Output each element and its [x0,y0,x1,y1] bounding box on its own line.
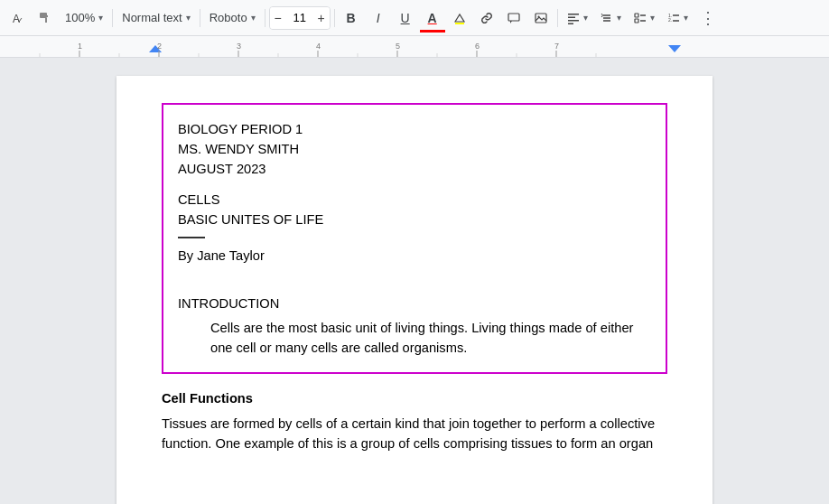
svg-text:3: 3 [237,42,241,51]
cell-functions-heading: Cell Functions [162,388,667,408]
svg-rect-16 [635,14,638,17]
line-spacing-dropdown[interactable]: ▾ [595,5,627,31]
toolbar: A ✓ 100% ▾ Normal text ▾ Roboto ▾ − + B [0,0,829,36]
separator [200,9,200,27]
document-area: BIOLOGY PERIOD 1 MS. WENDY SMITH AUGUST … [0,58,829,504]
svg-text:6: 6 [475,42,480,51]
svg-text:2: 2 [157,42,162,51]
spacer [178,179,651,190]
highlight-button[interactable] [447,5,472,31]
title-line4: CELLS [178,190,651,210]
svg-text:5: 5 [396,42,400,51]
svg-rect-10 [568,16,575,18]
svg-rect-24 [0,36,829,57]
svg-rect-4 [45,18,47,23]
italic-button[interactable]: I [366,5,391,31]
separator [557,9,558,27]
underline-button[interactable]: U [393,5,418,31]
chevron-down-icon: ▾ [98,13,103,23]
svg-text:2.: 2. [668,17,672,23]
svg-rect-11 [568,20,579,22]
svg-rect-9 [568,14,579,15]
font-size-control: − + [269,6,331,30]
author-line: By Jane Taylor [178,246,651,266]
svg-rect-18 [635,19,638,23]
chevron-down-icon: ▾ [583,13,588,23]
font-label: Roboto [210,11,247,24]
chevron-down-icon: ▾ [650,13,655,23]
horizontal-rule [178,237,205,238]
intro-label: INTRODUCTION [178,296,651,311]
image-button[interactable] [528,5,554,31]
cell-functions-label: Cell Functions [162,391,253,406]
selected-text-box[interactable]: BIOLOGY PERIOD 1 MS. WENDY SMITH AUGUST … [162,103,667,374]
title-line2: MS. WENDY SMITH [178,139,651,159]
style-dropdown[interactable]: Normal text ▾ [116,5,195,31]
more-options-button[interactable]: ⋮ [695,5,721,31]
title-line3: AUGUST 2023 [178,159,651,179]
spacer-sm [178,276,651,282]
link-button[interactable] [474,5,499,31]
chevron-down-icon: ▾ [186,13,191,23]
svg-rect-5 [455,23,464,24]
separator [334,9,335,27]
intro-text: Cells are the most basic unit of living … [210,318,651,358]
align-dropdown[interactable]: ▾ [562,5,593,31]
numbered-list-dropdown[interactable]: 1. 2. ▾ [662,5,694,31]
separator [112,9,113,27]
svg-rect-3 [45,15,48,17]
style-label: Normal text [122,11,182,24]
chevron-down-icon: ▾ [251,13,256,23]
svg-rect-12 [568,23,573,24]
title-line1: BIOLOGY PERIOD 1 [178,119,651,139]
separator [265,9,265,27]
document-page[interactable]: BIOLOGY PERIOD 1 MS. WENDY SMITH AUGUST … [116,76,713,504]
svg-rect-7 [536,14,546,23]
svg-text:1: 1 [78,42,82,51]
title-line5: BASIC UNITES OF LIFE [178,210,651,229]
zoom-value: 100% [65,11,95,24]
chevron-down-icon: ▾ [617,13,621,23]
ruler: 1 2 3 4 5 6 7 [0,36,829,58]
spellcheck-button[interactable]: A ✓ [5,5,31,31]
checklist-dropdown[interactable]: ▾ [629,5,660,31]
font-size-input[interactable] [286,7,313,29]
svg-text:7: 7 [554,42,559,51]
comment-button[interactable] [501,5,526,31]
chevron-down-icon: ▾ [684,13,688,23]
svg-text:4: 4 [316,42,321,51]
bold-button[interactable]: B [339,5,364,31]
font-dropdown[interactable]: Roboto ▾ [204,5,261,31]
zoom-dropdown[interactable]: 100% ▾ [60,5,108,31]
svg-rect-6 [508,14,519,21]
paint-format-button[interactable] [33,5,58,31]
font-size-increase-button[interactable]: + [313,7,330,29]
svg-text:✓: ✓ [17,16,23,24]
font-size-decrease-button[interactable]: − [270,7,286,29]
spacer [178,266,651,276]
text-color-button[interactable]: A [420,5,445,31]
tissues-text: Tissues are formed by cells of a certain… [162,414,667,453]
